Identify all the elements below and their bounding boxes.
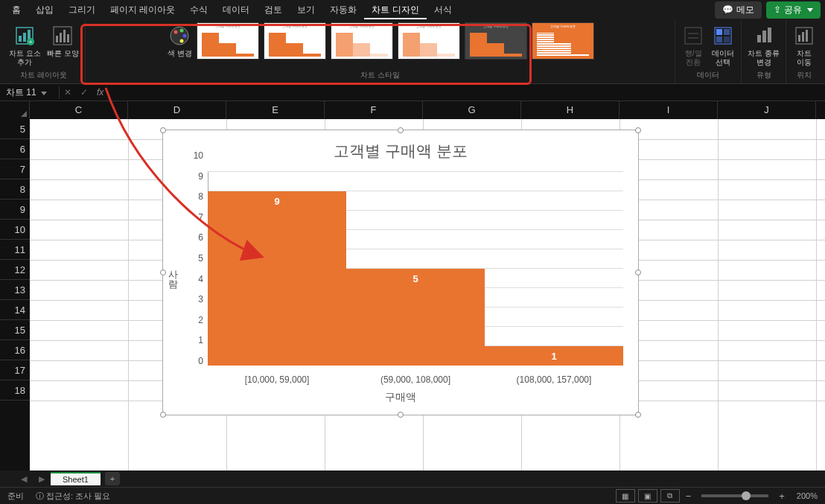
tab-insert[interactable]: 삽입	[28, 0, 61, 19]
add-chart-element-button[interactable]: + 차트 요소 추가	[7, 22, 42, 68]
chart-bars[interactable]: 9 5 1	[208, 172, 623, 366]
row-15[interactable]: 15	[0, 320, 30, 340]
row-17[interactable]: 17	[0, 360, 30, 380]
tab-automate[interactable]: 자동화	[322, 0, 364, 19]
chart-yaxis: 0 1 2 3 4 5 6 7 8 9 10	[185, 166, 206, 371]
add-sheet-button[interactable]: +	[105, 472, 120, 485]
chart-style-3[interactable]: 고객별 구매액 분포	[331, 22, 393, 60]
svg-rect-28	[806, 30, 808, 42]
tab-chartdesign[interactable]: 차트 디자인	[364, 0, 426, 19]
svg-point-12	[174, 31, 178, 34]
chart-style-1[interactable]: 고객별 구매액 분포	[197, 22, 259, 60]
chart-style-2[interactable]: 고객별 구매액 분포	[264, 22, 326, 60]
chart-style-6[interactable]: 고객별 구매액 분포	[532, 22, 594, 60]
select-all-corner[interactable]	[0, 101, 30, 119]
chart-handle-e[interactable]	[635, 269, 641, 275]
col-G[interactable]: G	[423, 101, 521, 119]
tab-pagelayout[interactable]: 페이지 레이아웃	[103, 0, 182, 19]
svg-rect-23	[762, 31, 766, 42]
row-5[interactable]: 5	[0, 119, 30, 139]
row-14[interactable]: 14	[0, 300, 30, 320]
svg-rect-21	[724, 36, 730, 42]
chart-style-4[interactable]: 고객별 구매액 분포	[398, 22, 460, 60]
chart-plotarea[interactable]: 0 1 2 3 4 5 6 7 8 9 10 9 5 1	[208, 172, 623, 366]
chart-handle-sw[interactable]	[160, 412, 166, 418]
col-F[interactable]: F	[325, 101, 423, 119]
view-pagebreak-button[interactable]: ⧉	[660, 489, 680, 503]
tab-format[interactable]: 서식	[427, 0, 459, 19]
tab-formulas[interactable]: 수식	[182, 0, 215, 19]
chart-bar-2[interactable]: 1	[485, 346, 623, 366]
svg-rect-26	[798, 35, 800, 42]
select-data-button[interactable]: 데이터 선택	[710, 22, 736, 68]
zoom-level[interactable]: 200%	[797, 491, 818, 500]
column-headers: C D E F G H I J	[0, 101, 825, 119]
chart-handle-nw[interactable]	[160, 127, 166, 133]
col-E[interactable]: E	[226, 101, 325, 119]
col-H[interactable]: H	[521, 101, 619, 119]
row-10[interactable]: 10	[0, 220, 30, 240]
worksheet-grid[interactable]: C D E F G H I J 5 6 7 8 9 10 11 12 13 14…	[0, 101, 825, 470]
sheet-tab-bar: ◀ ▶ Sheet1 +	[0, 470, 825, 487]
row-7[interactable]: 7	[0, 159, 30, 179]
chart-handle-n[interactable]	[398, 127, 404, 133]
view-normal-button[interactable]: ▦	[616, 489, 635, 503]
fx-icon[interactable]: fx	[92, 87, 108, 98]
row-16[interactable]: 16	[0, 340, 30, 360]
change-chart-type-button[interactable]: 차트 종류 변경	[746, 22, 781, 68]
chart-title[interactable]: 고객별 구매액 분포	[163, 130, 638, 168]
sheet-tab-active[interactable]: Sheet1	[51, 472, 101, 485]
row-headers: 5 6 7 8 9 10 11 12 13 14 15 16 17 18	[0, 119, 30, 470]
col-D[interactable]: D	[128, 101, 226, 119]
chart-bar-1[interactable]: 5	[346, 269, 485, 366]
chart-ylabel[interactable]: 사람	[166, 263, 179, 282]
chart-xlabel[interactable]: 구매액	[163, 391, 638, 404]
svg-rect-19	[724, 29, 730, 35]
chart-object[interactable]: 고객별 구매액 분포 사람 0 1 2 3 4 5 6 7 8 9 10 9 5	[162, 130, 639, 415]
name-box[interactable]: 차트 11	[0, 86, 60, 99]
chart-bar-0[interactable]: 9	[208, 191, 346, 366]
share-button[interactable]: ⇪ 공유	[766, 1, 821, 19]
chart-handle-w[interactable]	[160, 269, 166, 275]
share-icon: ⇪	[774, 4, 781, 15]
svg-rect-2	[23, 33, 26, 42]
sheet-nav-next-icon[interactable]: ▶	[33, 474, 51, 484]
chart-handle-ne[interactable]	[635, 127, 641, 133]
zoom-in-button[interactable]: +	[774, 491, 789, 502]
accessibility-status[interactable]: ⓘ 접근성: 조사 필요	[36, 491, 110, 502]
svg-rect-20	[716, 36, 722, 42]
svg-rect-8	[60, 33, 62, 42]
tab-data[interactable]: 데이터	[215, 0, 257, 19]
zoom-slider[interactable]	[701, 494, 768, 497]
menubar: 홈 삽입 그리기 페이지 레이아웃 수식 데이터 검토 보기 자동화 차트 디자…	[0, 0, 825, 19]
row-12[interactable]: 12	[0, 260, 30, 280]
quick-layout-button[interactable]: 빠른 모양	[45, 22, 80, 68]
tab-review[interactable]: 검토	[257, 0, 290, 19]
change-colors-button[interactable]: 색 변경	[166, 22, 194, 60]
tab-home[interactable]: 홈	[4, 0, 28, 19]
view-pagelayout-button[interactable]: ▣	[638, 489, 657, 503]
row-11[interactable]: 11	[0, 240, 30, 260]
col-C[interactable]: C	[30, 101, 128, 119]
tab-draw[interactable]: 그리기	[61, 0, 103, 19]
row-8[interactable]: 8	[0, 179, 30, 200]
zoom-out-button[interactable]: −	[681, 491, 696, 502]
chart-handle-se[interactable]	[635, 412, 641, 418]
ribbon-group-layout: + 차트 요소 추가 빠른 모양 차트 레이아웃	[3, 19, 86, 83]
chart-styles-gallery: 고객별 구매액 분포 고객별 구매액 분포 고객별 구매액 분포 고객별 구매액…	[197, 22, 594, 60]
col-I[interactable]: I	[619, 101, 718, 119]
row-9[interactable]: 9	[0, 200, 30, 220]
chart-style-5[interactable]: 고객별 구매액 분포	[465, 22, 527, 60]
row-6[interactable]: 6	[0, 139, 30, 159]
col-J[interactable]: J	[718, 101, 816, 119]
tab-view[interactable]: 보기	[290, 0, 322, 19]
ribbon-group-data: 행/열 전환 데이터 선택 데이터	[675, 19, 742, 83]
sheet-nav-prev-icon[interactable]: ◀	[15, 474, 33, 484]
row-18[interactable]: 18	[0, 380, 30, 401]
enter-formula-icon: ✓	[76, 87, 92, 98]
zoom-slider-thumb[interactable]	[742, 491, 751, 500]
chart-handle-s[interactable]	[398, 412, 404, 418]
move-chart-button[interactable]: 차트 이동	[791, 22, 818, 68]
memo-button[interactable]: 💬 메모	[715, 1, 762, 19]
row-13[interactable]: 13	[0, 280, 30, 300]
